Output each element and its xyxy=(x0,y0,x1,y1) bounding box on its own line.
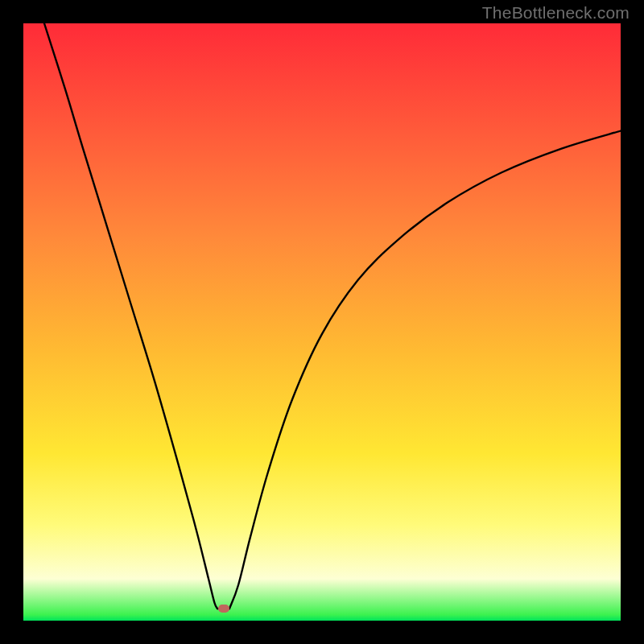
chart-plot-area xyxy=(23,23,621,621)
watermark-text: TheBottleneck.com xyxy=(482,3,630,23)
optimal-point-marker xyxy=(218,605,229,613)
bottleneck-curve xyxy=(23,23,621,621)
